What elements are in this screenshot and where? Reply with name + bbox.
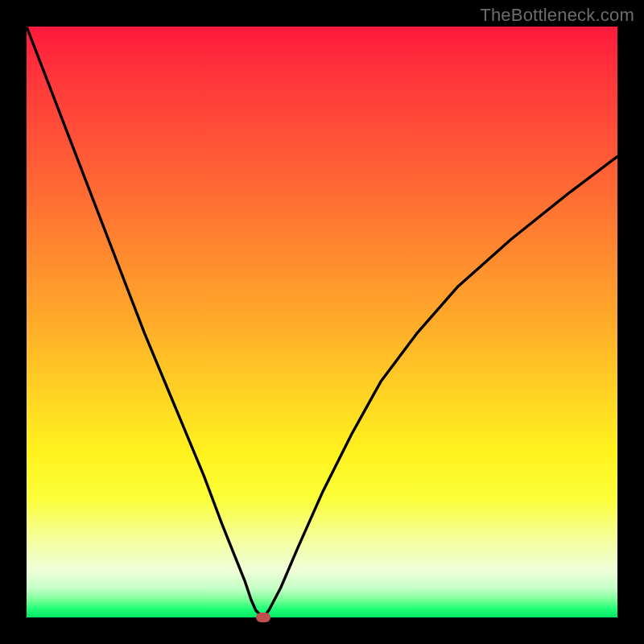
plot-area <box>27 27 617 617</box>
attribution-text: TheBottleneck.com <box>480 5 634 26</box>
chart-frame: TheBottleneck.com <box>0 0 644 644</box>
curve-svg <box>27 27 617 617</box>
optimal-point-marker <box>256 613 270 622</box>
bottleneck-curve <box>27 27 617 617</box>
